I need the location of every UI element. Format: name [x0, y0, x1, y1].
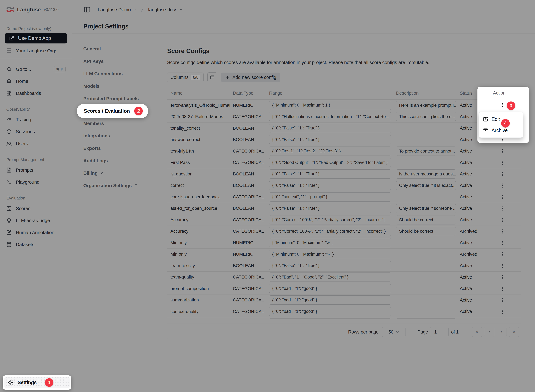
settings-nav-item-members[interactable]: Members [77, 117, 165, 130]
menu-item-archive[interactable]: Archive [479, 125, 523, 136]
row-height-button[interactable] [207, 72, 217, 82]
config-name: 2025-08-27_Failure-Modes [167, 111, 230, 122]
config-description: This score config lists the e... [396, 112, 456, 121]
settings-nav-label: LLM Connections [83, 71, 123, 76]
sidebar-item-settings[interactable]: Settings 1 [3, 375, 71, 390]
pagination-bar: Rows per page 50 Page 1 of 1 « ‹ › » [167, 324, 521, 340]
sidebar-item-label: Prompts [16, 167, 33, 173]
settings-nav-item-protected-prompt-labels[interactable]: Protected Prompt Labels [77, 92, 165, 105]
first-page-button[interactable]: « [472, 327, 482, 337]
config-name: prompt-composition [167, 283, 230, 294]
last-page-button[interactable]: » [509, 327, 519, 337]
rows-per-page-select[interactable]: 50 [382, 327, 406, 337]
project-switcher[interactable]: langfuse-docs [148, 7, 183, 12]
settings-nav-item-models[interactable]: Models [77, 80, 165, 93]
sidebar-nav: Demo Project (view only) Use Demo App Yo… [0, 19, 72, 371]
settings-label: Settings [18, 380, 37, 385]
sidebar-item-tracing[interactable]: Tracing [5, 114, 67, 126]
annotation-link[interactable]: annotation [273, 60, 295, 65]
sidebar-item-dashboards[interactable]: Dashboards [5, 87, 67, 99]
row-actions-menu-button[interactable] [498, 284, 507, 293]
step-badge-3: 3 [507, 102, 515, 110]
org-switcher[interactable]: Langfuse Demo [98, 7, 136, 12]
columns-button[interactable]: Columns 6/8 [167, 73, 204, 82]
settings-nav-label: Billing [83, 170, 98, 176]
home-icon [6, 79, 12, 84]
sidebar-item-sessions[interactable]: Sessions [5, 126, 67, 138]
settings-nav-item-organization-settings[interactable]: Organization Settings [77, 179, 165, 192]
settings-nav-item-integrations[interactable]: Integrations [77, 130, 165, 142]
sidebar-item-playground[interactable]: Playground [5, 176, 67, 188]
column-header-range: Range [266, 87, 393, 99]
settings-nav-item-exports[interactable]: Exports [77, 142, 165, 154]
config-description [396, 318, 456, 324]
next-page-button[interactable]: › [497, 327, 507, 337]
kebab-icon [500, 252, 505, 257]
row-actions-menu-button[interactable] [498, 295, 507, 305]
page-input[interactable]: 1 [430, 327, 449, 337]
table-row: Accuracy CATEGORICAL { "0": "Correct, 10… [167, 226, 521, 237]
table-row-partial [167, 317, 521, 324]
menu-item-edit[interactable]: Edit [479, 114, 523, 125]
row-actions-menu-button[interactable] [498, 272, 507, 282]
config-range [269, 318, 391, 324]
clock-icon [6, 129, 12, 134]
settings-nav-item-billing[interactable]: Billing [77, 167, 165, 179]
row-actions-menu-button[interactable] [498, 307, 507, 316]
row-actions-menu-button[interactable] [498, 238, 507, 247]
score-configs-table: NameData TypeRangeDescriptionStatusActio… [167, 87, 521, 340]
sidebar-item-scores[interactable]: Scores [5, 202, 67, 215]
config-range: { "Minimum": 0, "Maximum": 1 } [269, 101, 391, 110]
kebab-icon [500, 206, 505, 211]
settings-nav-item-llm-connections[interactable]: LLM Connections [77, 67, 165, 80]
row-actions-menu-button[interactable] [498, 227, 507, 236]
row-actions-dropdown: Edit Archive [479, 112, 523, 138]
row-actions-menu-button[interactable] [498, 204, 507, 213]
table-row: Min only NUMERIC { "Minimum": 0, "Maximu… [167, 237, 521, 248]
config-description: Only select true if someone ... [396, 204, 456, 213]
table-row: 2025-08-27_Failure-Modes CATEGORICAL { "… [167, 111, 521, 122]
row-actions-menu-button[interactable] [498, 181, 507, 190]
column-header-name: Name [167, 87, 230, 99]
config-data-type: CATEGORICAL [230, 111, 266, 122]
row-actions-menu-button[interactable] [498, 158, 507, 167]
edit-icon [483, 117, 488, 122]
row-actions-menu-button[interactable] [498, 261, 507, 271]
project-name: langfuse-docs [148, 7, 177, 12]
settings-nav-item-api-keys[interactable]: API Keys [77, 55, 165, 68]
status-text: Active [456, 203, 484, 214]
row-actions-menu-button[interactable] [498, 215, 507, 225]
previous-page-button[interactable]: ‹ [484, 327, 494, 337]
breadcrumb-separator-icon [140, 7, 145, 12]
row-actions-menu-button[interactable] [498, 249, 507, 259]
sidebar-item-llm-as-a-judge[interactable]: LLM-as-a-Judge [5, 215, 67, 227]
sidebar-toggle-button[interactable] [84, 6, 91, 13]
app-version: v3.113.0 [44, 7, 58, 12]
prompts-icon [6, 167, 12, 173]
sidebar-item-datasets[interactable]: Datasets [5, 238, 67, 251]
row-actions-menu-button[interactable] [498, 146, 507, 156]
sidebar-item-prompts[interactable]: Prompts [5, 164, 67, 176]
sidebar-item-label: Sessions [16, 129, 35, 134]
sidebar-item-go-to[interactable]: Go to... ⌘ K [5, 63, 67, 75]
config-name: is_question [167, 168, 230, 180]
add-score-config-button[interactable]: Add new score config [221, 73, 280, 82]
rows-per-page-value: 50 [389, 329, 394, 335]
sidebar-item-your-langfuse-orgs[interactable]: Your Langfuse Orgs [5, 45, 67, 57]
add-score-config-label: Add new score config [232, 75, 276, 80]
config-range: { "0": "False", "1": "True" } [269, 169, 391, 179]
chevron-down-icon [179, 8, 183, 12]
row-actions-menu-button[interactable] [498, 192, 507, 202]
sidebar-item-users[interactable]: Users [5, 138, 67, 150]
sidebar-item-label: Home [16, 79, 28, 84]
settings-nav-item-scores-evaluation[interactable]: Scores / Evaluation 2 [77, 104, 165, 118]
config-range: { "Minimum": 0, "Maximum": "∞" } [269, 250, 391, 259]
row-actions-menu-button[interactable] [498, 169, 507, 179]
settings-nav-item-audit-logs[interactable]: Audit Logs [77, 154, 165, 167]
row-actions-menu-button[interactable] [498, 100, 507, 110]
table-row: context-quality CATEGORICAL { "0": "bad"… [167, 306, 521, 317]
use-demo-app-button[interactable]: Use Demo App [5, 33, 67, 43]
sidebar-item-home[interactable]: Home [5, 75, 67, 87]
settings-nav-item-general[interactable]: General [77, 43, 165, 55]
sidebar-item-human-annotation[interactable]: Human Annotation [5, 227, 67, 238]
